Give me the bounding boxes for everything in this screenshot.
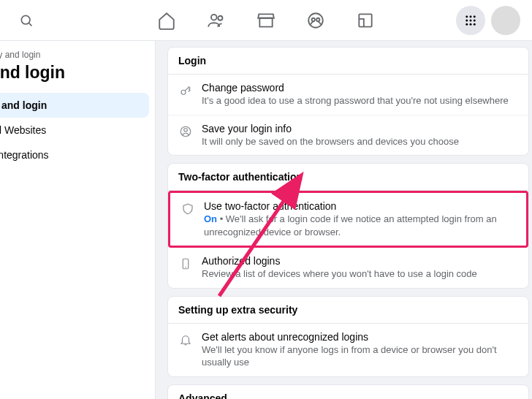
svg-point-6 bbox=[316, 18, 319, 20]
search-icon[interactable] bbox=[12, 6, 41, 35]
shield-icon bbox=[180, 202, 195, 216]
nav-center bbox=[145, 3, 387, 38]
row-title: Use two-factor authentication bbox=[204, 200, 516, 212]
svg-point-9 bbox=[470, 15, 472, 18]
top-navigation bbox=[0, 0, 532, 41]
account-button[interactable] bbox=[491, 6, 520, 35]
row-subtitle: It's a good idea to use a strong passwor… bbox=[202, 94, 518, 107]
svg-line-1 bbox=[29, 23, 32, 26]
sidebar-item-security-login[interactable]: curity and login bbox=[0, 93, 149, 118]
breadcrumb: Security and login bbox=[0, 47, 155, 61]
sidebar-item-apps-websites[interactable]: ps and Websites bbox=[0, 118, 149, 142]
row-title: Save your login info bbox=[202, 123, 518, 134]
svg-point-17 bbox=[181, 90, 186, 94]
nav-right bbox=[456, 6, 520, 35]
bell-icon bbox=[178, 332, 193, 347]
nav-friends[interactable] bbox=[194, 3, 238, 38]
svg-point-3 bbox=[218, 15, 222, 20]
key-icon bbox=[178, 83, 193, 98]
svg-point-5 bbox=[312, 18, 315, 20]
svg-point-12 bbox=[470, 19, 472, 21]
section-extra-security: Setting up extra security Get alerts abo… bbox=[167, 296, 529, 377]
section-two-factor: Two-factor authentication Use two-factor… bbox=[167, 163, 529, 289]
svg-point-13 bbox=[474, 19, 476, 21]
row-get-alerts[interactable]: Get alerts about unrecognized logins We'… bbox=[168, 324, 528, 376]
row-subtitle: Review a list of devices where you won't… bbox=[202, 267, 518, 281]
user-icon bbox=[178, 124, 193, 139]
phone-icon bbox=[178, 256, 193, 271]
row-authorized-logins[interactable]: Authorized logins Review a list of devic… bbox=[168, 248, 528, 288]
nav-groups[interactable] bbox=[294, 3, 338, 38]
svg-point-4 bbox=[308, 13, 323, 28]
menu-button[interactable] bbox=[456, 6, 485, 35]
nav-home[interactable] bbox=[145, 3, 189, 38]
svg-point-8 bbox=[466, 15, 468, 18]
section-advanced: Advanced Encrypted notification emails A… bbox=[167, 384, 529, 399]
row-save-login-info[interactable]: Save your login info It will only be sav… bbox=[168, 115, 528, 156]
svg-point-16 bbox=[474, 23, 476, 25]
main-content: Login Change password It's a good idea t… bbox=[156, 41, 532, 399]
row-title: Change password bbox=[202, 82, 518, 94]
row-title: Authorized logins bbox=[202, 255, 518, 267]
svg-point-10 bbox=[474, 15, 476, 18]
row-use-two-factor[interactable]: Use two-factor authentication On • We'll… bbox=[168, 191, 528, 248]
row-change-password[interactable]: Change password It's a good idea to use … bbox=[168, 75, 528, 115]
svg-point-15 bbox=[470, 23, 472, 25]
section-login: Login Change password It's a good idea t… bbox=[167, 47, 529, 156]
row-subtitle: On • We'll ask for a login code if we no… bbox=[204, 213, 516, 238]
section-header-login: Login bbox=[168, 48, 528, 75]
sidebar-item-business-integrations[interactable]: ness Integrations bbox=[0, 142, 149, 167]
settings-sidebar: Security and login ty and login curity a… bbox=[0, 41, 156, 399]
svg-point-11 bbox=[466, 19, 468, 21]
page-title: ty and login bbox=[0, 61, 155, 93]
svg-point-14 bbox=[466, 23, 468, 25]
section-header-tfa: Two-factor authentication bbox=[168, 164, 528, 191]
nav-marketplace[interactable] bbox=[244, 3, 288, 38]
svg-point-19 bbox=[184, 128, 188, 132]
row-title: Get alerts about unrecognized logins bbox=[202, 331, 518, 343]
section-header-advanced: Advanced bbox=[168, 385, 528, 399]
svg-point-2 bbox=[211, 14, 217, 20]
row-subtitle: We'll let you know if anyone logs in fro… bbox=[202, 343, 518, 369]
section-header-extra: Setting up extra security bbox=[168, 297, 528, 324]
nav-gaming[interactable] bbox=[343, 3, 387, 38]
svg-point-0 bbox=[21, 15, 30, 24]
row-subtitle: It will only be saved on the browsers an… bbox=[202, 135, 518, 148]
svg-rect-7 bbox=[359, 14, 371, 26]
